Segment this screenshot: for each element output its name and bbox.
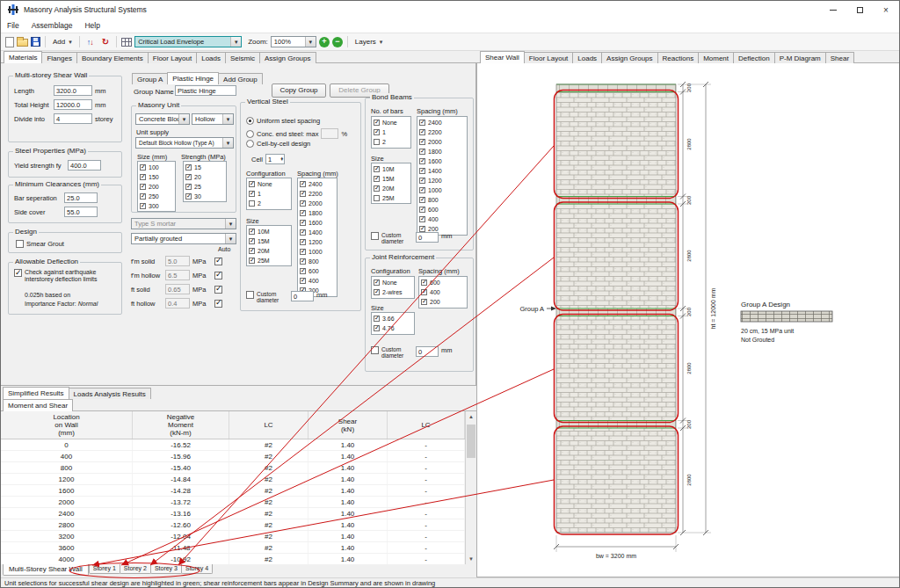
grid-icon[interactable] [121,38,132,47]
checkbox-option[interactable]: 1000 [419,185,465,195]
vertical-scrollbar[interactable] [465,411,476,564]
checkbox-icon[interactable] [300,249,306,255]
checkbox-option[interactable]: 4.76 [374,323,412,333]
table-header-cell[interactable]: Location on Wall (mm) [1,411,133,439]
value-field[interactable]: 3200.0 [54,85,92,96]
shear-wall-bottom-tab[interactable]: Multi-Storey Shear Wall [3,564,89,576]
checkbox-option[interactable]: 1 [249,189,289,199]
unit-material-select[interactable]: Concrete Block [135,113,190,125]
checkbox-icon[interactable] [419,226,425,232]
menu-item[interactable]: Assemblage [25,19,79,32]
group-name-input[interactable]: Plastic Hinge [175,85,236,96]
checkbox-icon[interactable] [374,185,380,192]
close-button[interactable]: × [873,1,899,18]
checkbox-option[interactable]: 2 [249,199,289,208]
table-row[interactable]: 1600 -14.28 #2 1.40 - [1,485,465,497]
checkbox-icon[interactable] [374,120,380,126]
table-row[interactable]: 3600 -11.48 #2 1.40 - [1,542,465,554]
checkbox-option[interactable]: 1600 [419,156,465,166]
uniform-spacing-radio[interactable] [246,117,254,125]
checkbox-option[interactable]: 1800 [419,147,465,156]
scroll-down-arrow[interactable] [466,554,476,564]
checkbox-option[interactable]: 25M [249,256,289,265]
cell-by-cell-radio[interactable] [246,140,254,148]
checkbox-option[interactable]: 2 [374,137,409,147]
checkbox-icon[interactable] [249,200,255,207]
value-field[interactable]: 4 [54,113,92,124]
right-tab[interactable]: Moment [698,52,734,63]
checkbox-option[interactable]: 1800 [300,208,335,218]
checkbox-option[interactable]: 20 [185,172,224,182]
auto-checkbox[interactable] [214,258,222,265]
refresh-icon[interactable]: ↻ [99,36,112,47]
right-tab[interactable]: Loads [572,52,602,63]
checkbox-option[interactable]: 1200 [300,237,335,247]
jr-config-list[interactable]: None 2-wires [371,276,415,299]
checkbox-icon[interactable] [249,258,255,264]
checkbox-option[interactable]: 2400 [300,179,335,189]
moment-shear-tab[interactable]: Moment and Shear [3,399,73,411]
table-header-cell[interactable]: LC [388,411,465,439]
checkbox-option[interactable]: 2400 [419,118,465,127]
table-row[interactable]: 4000 -10.92 #2 1.40 - [1,554,465,564]
checkbox-icon[interactable] [374,195,380,201]
checkbox-icon[interactable] [140,174,146,180]
table-row[interactable]: 1200 -14.84 #2 1.40 - [1,474,465,485]
checkbox-option[interactable]: 20M [374,184,409,193]
checkbox-option[interactable]: 25M [374,193,409,203]
checkbox-option[interactable]: 200 [140,182,173,192]
checkbox-option[interactable]: 10M [249,227,289,236]
checkbox-icon[interactable] [185,164,192,171]
scroll-thumb[interactable] [467,425,475,458]
checkbox-icon[interactable] [185,184,192,190]
minimize-button[interactable] [820,1,846,18]
checkbox-icon[interactable] [419,120,425,126]
checkbox-option[interactable]: 400 [300,276,335,286]
checkbox-option[interactable]: 15M [374,174,409,184]
table-row[interactable]: 0 -16.52 #2 1.40 - [1,439,465,451]
checkbox-option[interactable]: 300 [140,201,173,211]
storey-tab[interactable]: Storey 3 [150,564,182,574]
layers-button[interactable]: Layers [352,37,386,47]
group-tab[interactable]: Group A [132,73,168,84]
checkbox-option[interactable]: 250 [140,192,173,201]
table-row[interactable]: 2400 -13.16 #2 1.40 - [1,508,465,519]
unit-hollow-select[interactable]: Hollow [192,113,234,125]
checkbox-option[interactable]: 30 [185,192,224,201]
checkbox-icon[interactable] [374,279,380,286]
bb-bars-list[interactable]: None 1 2 [371,116,411,149]
left-tab[interactable]: Seismic [225,52,260,63]
cell-stepper[interactable]: 1 [265,154,285,164]
checkbox-icon[interactable] [419,197,425,203]
checkbox-icon[interactable] [419,139,425,145]
checkbox-icon[interactable] [374,176,380,182]
checkbox-icon[interactable] [419,207,425,213]
checkbox-icon[interactable] [140,164,146,171]
menu-item[interactable]: Help [78,19,105,32]
checkbox-icon[interactable] [249,238,255,244]
left-tab[interactable]: Loads [196,52,226,63]
checkbox-option[interactable]: None [249,179,289,189]
group-tab[interactable]: Add Group [218,73,263,84]
checkbox-option[interactable]: 2200 [419,127,465,137]
menu-item[interactable]: File [1,19,25,32]
checkbox-icon[interactable] [419,129,425,135]
checkbox-option[interactable]: 10M [374,164,409,174]
group-tab[interactable]: Plastic Hinge [167,72,219,84]
storey-tab[interactable]: Storey 2 [120,564,151,574]
bb-size-list[interactable]: 10M 15M 20M 25M [371,163,411,204]
checkbox-option[interactable]: 1400 [300,228,335,237]
jr-spacing-list[interactable]: 600 400 200 [418,276,468,309]
checkbox-icon[interactable] [249,248,255,254]
results-tab[interactable]: Simplified Results [3,387,69,399]
right-tab[interactable]: Deflection [733,52,775,63]
property-value-field[interactable]: 6.5 [165,270,190,280]
jr-size-list[interactable]: 3.66 4.76 [371,312,415,335]
checkbox-option[interactable]: 15M [249,236,289,246]
right-tab[interactable]: Shear [825,52,854,63]
checkbox-option[interactable]: 400 [421,287,465,297]
checkbox-option[interactable]: None [374,278,412,287]
checkbox-option[interactable]: 1000 [300,247,335,257]
checkbox-icon[interactable] [374,316,380,322]
checkbox-icon[interactable] [374,139,380,145]
